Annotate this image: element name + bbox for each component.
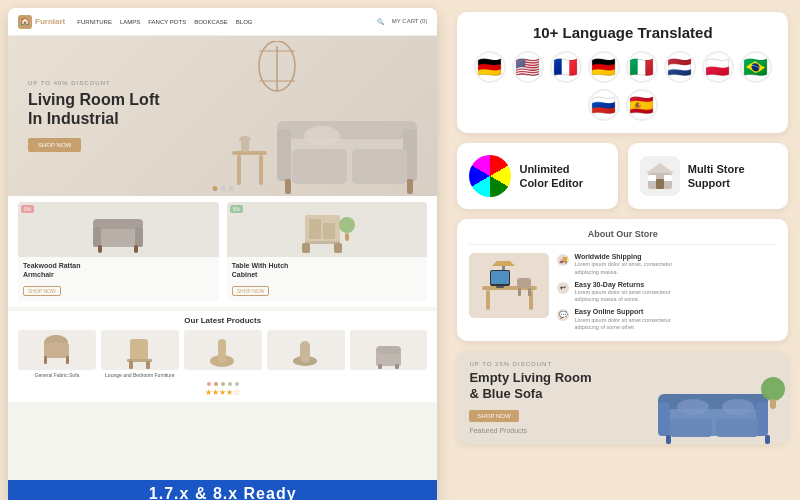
svg-rect-11 [407,179,413,194]
svg-rect-51 [648,175,656,181]
shop-now-link-1[interactable]: SHOP NOW [23,286,61,296]
color-editor-label: UnlimitedColor Editor [519,162,583,191]
svg-rect-35 [66,356,69,364]
hero-dot-2[interactable] [220,186,225,191]
hero-shop-now-button[interactable]: SHOP NOW [28,138,81,152]
svg-rect-34 [44,356,47,364]
svg-rect-5 [277,121,417,139]
search-icon[interactable]: 🔍 [377,18,384,25]
svg-rect-47 [395,364,399,369]
svg-rect-61 [517,278,531,288]
latest-products-section: Our Latest Products General Fabric Sofa [8,311,437,402]
product-info-1: Teakwood RattanArmchair SHOP NOW [18,257,219,301]
product-badge-1: 8% [21,205,34,213]
hero-dot-3[interactable] [228,186,233,191]
website-mockup: 🏠 Furnlart FURNITURE LAMPS FANCY POTS BO… [8,8,437,500]
about-content: 🚚 Worldwide Shipping Lorem ipsum dolor s… [469,253,776,331]
store-icon [640,156,680,196]
language-title: 10+ Language Translated [471,24,774,41]
product-info-2: Table With HutchCabinet SHOP NOW [227,257,428,301]
svg-rect-60 [496,286,504,288]
svg-rect-27 [334,243,342,253]
hero2-title: Empty Living Room& Blue Sofa [469,370,776,401]
mini-product-1: General Fabric Sofa [18,330,96,378]
svg-rect-19 [93,219,143,229]
about-store-image [469,253,549,318]
mini-product-4 [267,330,345,378]
product-name-1: Teakwood RattanArmchair [23,261,214,279]
nav-link-fancy-pots: FANCY POTS [148,19,186,25]
version-badge: 1.7.x & 8.x Ready [8,480,437,500]
cart-link: MY CART (0) [392,18,428,25]
product-card-1: 8% Teakwood RattanArmchair [18,202,219,301]
product-badge-2: 5% [230,205,243,213]
mini-product-label-1: General Fabric Sofa [18,372,96,378]
svg-rect-62 [518,288,521,296]
flag-polish: 🇵🇱 [702,51,734,83]
about-section: About Our Store [457,219,788,341]
svg-rect-9 [352,149,407,184]
flag-dutch: 🇳🇱 [664,51,696,83]
product-card-2: 5% [227,202,428,301]
hero2-discount: UP TO 25% DISCOUNT [469,361,776,367]
hero2-shop-now-button[interactable]: SHOP NOW [469,410,518,422]
svg-rect-14 [237,155,241,185]
mini-product-img-5 [350,330,428,370]
nav-link-bookcase: BOOKCASE [194,19,228,25]
hero-content: UP TO 40% DISCOUNT Living Room LoftIn In… [8,65,180,167]
hero-dots [212,186,233,191]
svg-marker-49 [646,163,674,173]
svg-marker-57 [492,261,515,266]
mini-product-grid: General Fabric Sofa Lounge and Bedroom F… [18,330,427,378]
color-editor-feature: UnlimitedColor Editor [457,143,617,209]
svg-rect-26 [302,243,310,253]
shipping-icon: 🚚 [557,254,569,266]
returns-title: Easy 30-Day Returns [574,281,670,289]
product-cards: 8% Teakwood RattanArmchair [8,196,437,307]
support-desc: Lorem ipsum dolor sit amet consecteturad… [574,317,670,331]
svg-rect-39 [146,361,150,369]
returns-icon: ↩ [557,282,569,294]
about-features-list: 🚚 Worldwide Shipping Lorem ipsum dolor s… [557,253,672,331]
product-img-2 [227,202,428,257]
shop-now-link-2[interactable]: SHOP NOW [232,286,270,296]
about-feature-returns: ↩ Easy 30-Day Returns Lorem ipsum dolor … [557,281,672,304]
website-mockup-panel: 🏠 Furnlart FURNITURE LAMPS FANCY POTS BO… [8,8,437,500]
hero-dot-1[interactable] [212,186,217,191]
support-icon: 💬 [557,309,569,321]
svg-rect-73 [765,435,770,444]
svg-rect-22 [98,245,102,253]
svg-rect-46 [378,364,382,369]
support-title: Easy Online Support [574,308,670,316]
svg-rect-29 [323,223,335,239]
shipping-title: Worldwide Shipping [574,253,672,261]
flag-brazil: 🇧🇷 [740,51,772,83]
svg-rect-33 [44,343,69,358]
nav-link-furniture: FURNITURE [77,19,112,25]
mini-product-5 [350,330,428,378]
svg-rect-72 [666,435,671,444]
language-section: 10+ Language Translated 🇩🇪 🇺🇸 🇫🇷 🇩🇪 🇮🇹 🇳… [457,12,788,133]
svg-rect-13 [232,151,267,155]
multi-store-label: Multi StoreSupport [688,162,745,191]
hero-section: UP TO 40% DISCOUNT Living Room LoftIn In… [8,36,437,196]
nav-links: FURNITURE LAMPS FANCY POTS BOOKCASE BLOG [77,19,252,25]
svg-rect-23 [134,245,138,253]
svg-rect-45 [376,346,401,354]
mockup-navbar: 🏠 Furnlart FURNITURE LAMPS FANCY POTS BO… [8,8,437,36]
svg-rect-63 [528,288,531,296]
main-container: 🏠 Furnlart FURNITURE LAMPS FANCY POTS BO… [0,0,800,500]
hero-discount: UP TO 40% DISCOUNT [28,80,160,86]
svg-rect-6 [277,129,291,181]
svg-rect-21 [135,227,143,247]
svg-rect-54 [486,290,490,310]
nav-link-lamps: LAMPS [120,19,140,25]
flag-italian: 🇮🇹 [626,51,658,83]
nav-link-blog: BLOG [236,19,253,25]
flag-french: 🇫🇷 [550,51,582,83]
brand-name: Furnlart [35,17,65,26]
product-name-2: Table With HutchCabinet [232,261,423,279]
svg-rect-10 [285,179,291,194]
language-flags: 🇩🇪 🇺🇸 🇫🇷 🇩🇪 🇮🇹 🇳🇱 🇵🇱 🇧🇷 🇷🇺 🇪🇸 [471,51,774,121]
svg-point-30 [339,217,355,233]
